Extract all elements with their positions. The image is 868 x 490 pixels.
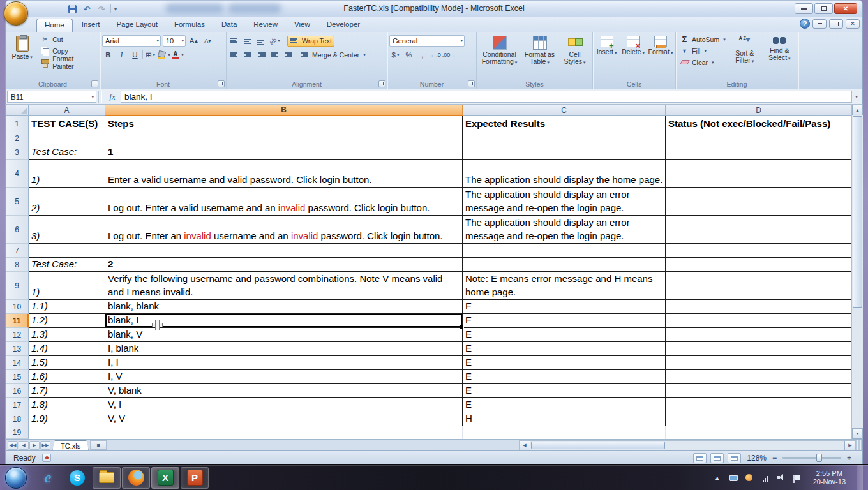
cell-D4[interactable] bbox=[666, 160, 852, 188]
number-format-combo[interactable]: General▾ bbox=[389, 35, 465, 47]
cell-A6[interactable]: 3) bbox=[29, 216, 105, 244]
cell-A15[interactable]: 1.6) bbox=[29, 370, 105, 384]
start-button[interactable] bbox=[5, 467, 27, 489]
row-header-14[interactable]: 14 bbox=[6, 356, 29, 370]
name-box-dropdown-icon[interactable]: ▾ bbox=[91, 94, 94, 100]
undo-button[interactable]: ↶ bbox=[81, 3, 93, 15]
cell-C4[interactable]: The application should display the home … bbox=[463, 160, 666, 188]
save-button[interactable] bbox=[66, 3, 78, 15]
cell-D2[interactable] bbox=[666, 131, 852, 145]
insert-cells-button[interactable]: Insert▾ bbox=[595, 34, 618, 79]
volume-icon[interactable] bbox=[776, 473, 786, 482]
cell-C2[interactable] bbox=[463, 131, 666, 145]
row-header-15[interactable]: 15 bbox=[6, 370, 29, 384]
row-header-7[interactable]: 7 bbox=[6, 244, 29, 258]
alignment-dialog-launcher[interactable] bbox=[378, 80, 385, 87]
tab-insert[interactable]: Insert bbox=[74, 19, 108, 32]
cut-button[interactable]: ✂Cut bbox=[38, 34, 98, 45]
shrink-font-button[interactable]: A▾ bbox=[202, 35, 214, 47]
page-break-view-button[interactable] bbox=[728, 453, 741, 463]
cell-B4[interactable]: Enter a valid username and valid passwor… bbox=[105, 160, 463, 188]
expand-formula-bar-icon[interactable]: ▾ bbox=[852, 94, 861, 100]
cell-A14[interactable]: 1.5) bbox=[29, 356, 105, 370]
cell-D16[interactable] bbox=[666, 384, 852, 398]
scroll-down-icon[interactable]: ▼ bbox=[852, 428, 863, 439]
cell-C19[interactable] bbox=[463, 426, 666, 439]
bottom-align-button[interactable] bbox=[255, 35, 267, 47]
taskbar-firefox-button[interactable] bbox=[122, 467, 150, 489]
clear-button[interactable]: Clear▾ bbox=[678, 57, 726, 68]
font-name-combo[interactable]: Arial▾ bbox=[102, 35, 161, 47]
workbook-close-button[interactable]: ✕ bbox=[846, 19, 860, 29]
cell-C14[interactable]: E bbox=[463, 356, 666, 370]
cell-B10[interactable]: blank, blank bbox=[105, 300, 463, 314]
cell-D18[interactable] bbox=[666, 412, 852, 426]
first-sheet-icon[interactable]: ◀◀ bbox=[8, 441, 18, 450]
cell-C10[interactable]: E bbox=[463, 300, 666, 314]
sheet-tab-tcxls[interactable]: TC.xls bbox=[52, 440, 89, 451]
zoom-slider-thumb[interactable] bbox=[816, 454, 822, 462]
row-header-5[interactable]: 5 bbox=[6, 188, 29, 216]
last-sheet-icon[interactable]: ▶▶ bbox=[40, 441, 50, 450]
column-header-C[interactable]: C bbox=[463, 105, 666, 116]
row-header-10[interactable]: 10 bbox=[6, 300, 29, 314]
cell-B19[interactable] bbox=[105, 426, 463, 439]
row-header-13[interactable]: 13 bbox=[6, 342, 29, 356]
sort-filter-button[interactable]: A Z Sort & Filter▾ bbox=[728, 34, 761, 79]
fill-color-button[interactable]: ▾ bbox=[158, 49, 170, 61]
cell-B16[interactable]: V, blank bbox=[105, 384, 463, 398]
cell-A4[interactable]: 1) bbox=[29, 160, 105, 188]
cell-B7[interactable] bbox=[105, 244, 463, 258]
cell-C18[interactable]: H bbox=[463, 412, 666, 426]
underline-button[interactable]: U bbox=[129, 49, 141, 61]
tab-split-handle[interactable] bbox=[856, 440, 862, 450]
insert-worksheet-button[interactable]: ■ bbox=[90, 440, 107, 450]
horizontal-scrollbar[interactable]: ◀ ▶ bbox=[519, 440, 856, 450]
top-align-button[interactable] bbox=[228, 35, 241, 47]
cell-D5[interactable] bbox=[666, 188, 852, 216]
cell-A13[interactable]: 1.4) bbox=[29, 342, 105, 356]
taskbar-powerpoint-button[interactable]: P bbox=[181, 467, 209, 489]
update-icon[interactable] bbox=[744, 473, 754, 482]
decrease-decimal-button[interactable]: .00→ bbox=[443, 49, 455, 61]
cell-D1[interactable]: Status (Not exec/Blocked/Fail/Pass) bbox=[666, 116, 852, 131]
normal-view-button[interactable] bbox=[693, 453, 707, 463]
cell-A16[interactable]: 1.7) bbox=[29, 384, 105, 398]
cell-B13[interactable]: I, blank bbox=[105, 342, 463, 356]
hidden-icons-chevron-icon[interactable]: ▲ bbox=[712, 473, 722, 482]
row-header-11[interactable]: 11 bbox=[6, 314, 29, 328]
horizontal-scroll-track[interactable] bbox=[666, 441, 844, 450]
fill-button[interactable]: ▼Fill▾ bbox=[678, 45, 726, 56]
row-header-1[interactable]: 1 bbox=[6, 116, 29, 131]
accounting-format-button[interactable]: $▾ bbox=[389, 49, 401, 61]
action-center-flag-icon[interactable] bbox=[792, 473, 802, 482]
name-box[interactable]: B11▾ bbox=[7, 91, 96, 103]
tab-review[interactable]: Review bbox=[246, 19, 285, 32]
office-button[interactable] bbox=[4, 1, 28, 26]
cell-A5[interactable]: 2) bbox=[29, 188, 105, 216]
cell-D13[interactable] bbox=[666, 342, 852, 356]
cell-A11[interactable]: 1.2) bbox=[29, 314, 105, 328]
taskbar-excel-button[interactable]: X bbox=[151, 467, 179, 489]
conditional-formatting-button[interactable]: Conditional Formatting▾ bbox=[480, 34, 520, 79]
tab-home[interactable]: Home bbox=[36, 19, 73, 32]
cell-C7[interactable] bbox=[463, 244, 666, 258]
align-center-button[interactable] bbox=[242, 49, 254, 61]
cell-D19[interactable] bbox=[666, 426, 852, 439]
middle-align-button[interactable] bbox=[242, 35, 254, 47]
cell-A1[interactable]: TEST CASE(S) bbox=[29, 116, 105, 131]
cell-C12[interactable]: E bbox=[463, 328, 666, 342]
cell-B9[interactable]: Verify the following username and passwo… bbox=[105, 272, 463, 300]
cell-D17[interactable] bbox=[666, 398, 852, 412]
cell-A8[interactable]: Test Case: bbox=[29, 258, 105, 272]
cell-C1[interactable]: Expected Results bbox=[463, 116, 666, 131]
insert-function-button[interactable]: fx bbox=[104, 92, 121, 102]
taskbar-explorer-button[interactable] bbox=[93, 467, 121, 489]
cell-B6[interactable]: Log out. Enter an invalid username and a… bbox=[105, 216, 463, 244]
cell-D15[interactable] bbox=[666, 370, 852, 384]
increase-decimal-button[interactable]: ←.0 bbox=[430, 49, 442, 61]
tab-developer[interactable]: Developer bbox=[319, 19, 368, 32]
zoom-in-button[interactable]: + bbox=[845, 454, 853, 463]
prev-sheet-icon[interactable]: ◀ bbox=[19, 441, 29, 450]
format-painter-button[interactable]: Format Painter bbox=[38, 57, 98, 68]
